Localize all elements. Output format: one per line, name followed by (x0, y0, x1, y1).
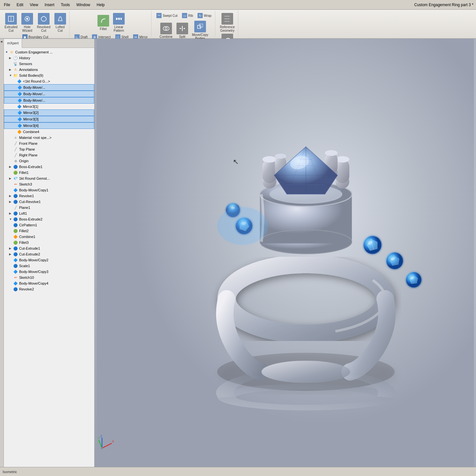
menu-help[interactable]: Help (96, 2, 106, 8)
svg-point-3 (26, 18, 28, 20)
tree-mirror3-4[interactable]: 🔷 Mirror3[4] (4, 122, 94, 129)
tree-fillet3[interactable]: 🟢 Fillet3 (4, 240, 94, 245)
tree-body-move2-icon: 🔷 (17, 91, 22, 96)
tree-cut-extrude2[interactable]: 🔵 Cut-Extrude2 (4, 251, 94, 257)
tree-cut-extrude1[interactable]: 🔵 Cut-Extrude1 (4, 245, 94, 251)
tree-history[interactable]: 🕐 History (4, 55, 94, 61)
tree-solid-bodies[interactable]: 📁 Solid Bodies(9) (4, 73, 94, 78)
tree-root[interactable]: ⚙ Custom Engagement ... (4, 49, 94, 55)
tree-plane1[interactable]: ╱ Plane1 (4, 205, 94, 210)
revolved-cut-button[interactable]: RevolvedCut (36, 12, 52, 33)
tree-boss-extrude1[interactable]: 🔵 Boss-Extrude1 (4, 164, 94, 170)
svg-rect-7 (120, 18, 122, 20)
tree-scale1[interactable]: 🔵 Scale1 (4, 263, 94, 269)
tree-cut-extrude1-icon: 🔵 (13, 246, 18, 251)
tree-1kt-round[interactable]: 🔷 <1kt Round G...> (4, 78, 94, 84)
svg-point-81 (101, 447, 103, 449)
wrap-button[interactable]: ↻ Wrap (196, 12, 213, 19)
menu-insert[interactable]: Insert (43, 2, 56, 8)
tree-body-move3-icon: 🔷 (17, 98, 22, 103)
tree-right-plane[interactable]: ╱ Right Plane (4, 152, 94, 158)
tree-top-plane[interactable]: ╱ Top Plane (4, 146, 94, 152)
tree-front-plane[interactable]: ╱ Front Plane (4, 141, 94, 146)
menu-window[interactable]: Window (75, 2, 92, 8)
tree-origin[interactable]: ⊕ Origin (4, 158, 94, 164)
tree-cut-extrude2-icon: 🔵 (13, 252, 18, 257)
tree-right-plane-label: Right Plane (19, 153, 38, 157)
split-button[interactable]: Split (175, 22, 189, 39)
tree-fillet1-label: Fillet1 (19, 171, 28, 175)
tree-material-label: Material <not spe...> (19, 136, 51, 140)
tree-mirror3-1[interactable]: 🔷 Mirror3[1] (4, 104, 94, 109)
tree-material[interactable]: ≡ Material <not spe...> (4, 135, 94, 141)
tree-combine4[interactable]: 🔶 Combine4 (4, 129, 94, 135)
tree-body-move1[interactable]: 🔷 Body-Move/... (4, 84, 94, 91)
tree-1kt-gemstone[interactable]: 💎 1kt Round Gemst... (4, 176, 94, 181)
reference-geometry-button[interactable]: ReferenceGeometry (219, 12, 236, 33)
rib-button[interactable]: ▭ Rib (180, 12, 195, 19)
move-copy-icon (194, 21, 206, 32)
tree-sensors[interactable]: 📡 Sensors (4, 61, 94, 67)
tree-mirror3-2[interactable]: 🔷 Mirror3[2] (4, 109, 94, 116)
tree-history-label: History (19, 56, 30, 60)
feature-tree[interactable]: ⚙ Custom Engagement ... 🕐 History 📡 Sens… (4, 48, 94, 467)
tree-body-move-copy2-icon: 🔷 (13, 257, 18, 263)
lofted-cut-button[interactable]: LoftedCut (53, 12, 67, 33)
tree-body-move-copy1-label: Body-Move/Copy1 (19, 188, 49, 192)
tree-boss-extrude2-label: Boss-Extrude2 (19, 217, 42, 221)
menu-file[interactable]: File (3, 2, 11, 8)
svg-line-77 (99, 440, 102, 448)
tree-body-move-copy4[interactable]: 🔷 Body-Move/Copy4 (4, 280, 94, 286)
tree-fillet2[interactable]: 🟢 Fillet2 (4, 228, 94, 234)
tree-fillet1[interactable]: 🟢 Fillet1 (4, 170, 94, 176)
fillet-button[interactable]: Fillet (96, 14, 110, 31)
3d-viewport[interactable]: 🔍 ⊡ ◧ 👁 ⊠ 📷 ⚙ (95, 39, 476, 467)
tree-root-arrow (5, 51, 9, 54)
collapse-arrow[interactable]: ◀ (0, 40, 4, 43)
move-copy-button[interactable]: Move/CopyBodies (191, 20, 210, 41)
tree-sketch10[interactable]: ✏ Sketch10 (4, 275, 94, 280)
view-mode-label: Isometric (3, 470, 17, 474)
tree-cir-pattern1[interactable]: 🔵 CirPattern1 (4, 222, 94, 228)
tree-combine1[interactable]: 🔶 Combine1 (4, 234, 94, 240)
tree-annotations[interactable]: A Annotations (4, 67, 94, 73)
combine-button[interactable]: Combine (158, 22, 174, 39)
tree-mirror3-3[interactable]: 🔷 Mirror3[3] (4, 116, 94, 122)
tree-loft1-arrow (9, 212, 13, 215)
menu-edit[interactable]: Edit (15, 2, 25, 8)
tree-body-move-copy1[interactable]: 🔷 Body-Move/Copy1 (4, 187, 94, 193)
tree-revolve1[interactable]: 🔵 Revolve1 (4, 193, 94, 199)
tree-boss-extrude1-arrow (9, 165, 13, 168)
tree-mirror3-4-label: Mirror3[4] (23, 124, 39, 128)
tree-body-move-copy3-label: Body-Move/Copy3 (19, 270, 49, 274)
tree-scale1-icon: 🔵 (13, 263, 18, 268)
swept-cut-button[interactable]: 〜 Swept Cut (155, 12, 179, 19)
tree-revolve2[interactable]: 🔵 Revolve2 (4, 286, 94, 292)
tree-loft1[interactable]: 🔵 Loft1 (4, 210, 94, 216)
lofted-cut-icon (54, 13, 66, 25)
tab-mxpert[interactable]: mXpert (4, 39, 22, 48)
tree-body-move3[interactable]: 🔷 Body-Move/... (4, 97, 94, 104)
linear-pattern-label: LinearPattern (114, 25, 124, 32)
tree-body-move-copy2[interactable]: 🔷 Body-Move/Copy2 (4, 257, 94, 263)
tree-boss-extrude2[interactable]: 🔵 Boss-Extrude2 (4, 216, 94, 222)
hole-wizard-button[interactable]: HoleWizard (20, 12, 34, 33)
tree-solid-bodies-icon: 📁 (13, 73, 18, 78)
tree-cut-revolve1[interactable]: 🔵 Cut-Revolve1 (4, 199, 94, 205)
linear-pattern-button[interactable]: LinearPattern (112, 12, 126, 33)
svg-text:Y: Y (98, 436, 100, 440)
extruded-cut-button[interactable]: ExtrudedCut (3, 12, 19, 33)
menu-tools[interactable]: Tools (60, 2, 71, 8)
menu-bar[interactable]: File Edit View Insert Tools Window Help (3, 2, 106, 8)
coordinate-triad: X Y Z (97, 435, 115, 454)
tree-body-move-copy3[interactable]: 🔷 Body-Move/Copy3 (4, 269, 94, 275)
tree-sketch3[interactable]: ✏ Sketch3 (4, 181, 94, 187)
split-label: Split (179, 35, 185, 39)
tree-body-move2[interactable]: 🔷 Body-Move/... (4, 91, 94, 97)
tree-fillet2-label: Fillet2 (19, 229, 28, 233)
tree-sketch10-icon: ✏ (13, 275, 18, 280)
wrap-icon: ↻ (198, 13, 203, 18)
menu-view[interactable]: View (28, 2, 40, 8)
tree-annotations-label: Annotations (19, 68, 38, 72)
tree-scale1-label: Scale1 (19, 264, 30, 268)
